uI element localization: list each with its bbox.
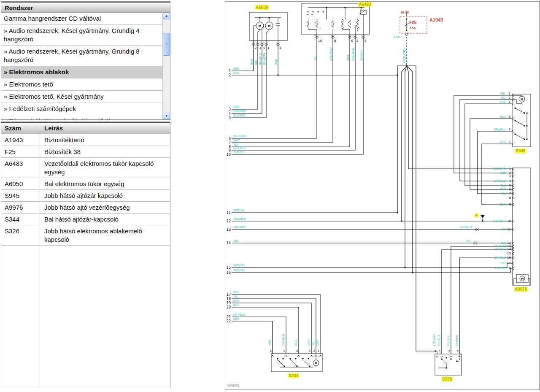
wire	[442, 249, 513, 354]
fuse-symbol	[405, 18, 409, 31]
stub-number: 6	[229, 137, 231, 141]
contact-dot	[524, 138, 525, 140]
pin-chevron-icon	[271, 355, 274, 357]
wire-color-label: GRN	[233, 71, 240, 75]
stub-number: 2	[229, 73, 231, 77]
stub-number: 17	[227, 293, 231, 297]
sidebar-item-fenyszorok[interactable]: » Fényszórók, Nappali világítás nélkül	[1, 115, 162, 119]
pin-number: 12	[507, 241, 511, 245]
sidebar-item-elektromos-teto-kesei[interactable]: » Elektromos tető, Kései gyártmány	[1, 91, 162, 103]
pin-number: 6	[270, 349, 272, 353]
table-row[interactable]: S945Jobb hátsó ajtózár kapcsoló	[1, 190, 170, 202]
component-label-s344[interactable]: S344	[288, 373, 299, 378]
wire	[478, 131, 513, 194]
pin-chevron-icon	[310, 355, 313, 357]
wire-color-label: BRN	[500, 203, 506, 206]
pin-number: 10	[507, 219, 511, 223]
sidebar-item-elektromos-teto[interactable]: » Elektromos tető	[1, 78, 162, 91]
component-label-s945[interactable]: S945	[515, 149, 526, 154]
pin-number: 4	[435, 350, 437, 353]
pin-number: 5	[509, 184, 511, 187]
wire-color-label: RED/BRN	[233, 217, 246, 221]
pin-number: 3	[259, 46, 261, 50]
sidebar-item-gamma[interactable]: Gamma hangrendszer CD váltóval	[1, 13, 162, 25]
legend-desc: Jobb hátsó ajtó vezérlőegység	[40, 202, 170, 213]
legend-num: A1943	[1, 134, 40, 146]
pin-number: 3	[509, 141, 510, 144]
pin-number: 8	[509, 196, 511, 200]
legend-panel: Szám Leírás A1943Biztosítéktartó F25Bizt…	[1, 122, 170, 388]
scrollbar-up-icon[interactable]: ▲	[163, 13, 170, 19]
stub-number: 14	[227, 241, 231, 245]
wiring-diagram-svg: M M M M M	[225, 2, 539, 389]
component-label-a6050[interactable]: A6050	[255, 5, 269, 10]
wire	[416, 72, 437, 354]
pin-number: 17	[507, 262, 511, 265]
wire	[454, 95, 513, 173]
contact-dot	[524, 112, 525, 114]
wire-color-label: BLK/GRN	[263, 53, 266, 65]
scrollbar-thumb[interactable]	[163, 33, 170, 56]
motor-glyph: M	[268, 24, 270, 28]
wire	[407, 66, 413, 273]
component-s326-box	[435, 354, 462, 375]
pin-number: 4	[279, 46, 281, 50]
legend-num: F25	[1, 146, 40, 157]
contact-dot	[318, 11, 319, 13]
sidebar-item-audio8[interactable]: » Audio rendszerek, Kései gyártmány, Gru…	[1, 46, 162, 66]
sidebar-item-audio4[interactable]: » Audio rendszerek, Kései gyártmány, Gru…	[1, 25, 162, 46]
pin-chevron-icon	[297, 355, 300, 357]
table-row[interactable]: A6050Bal elektromos tükör egység	[1, 178, 170, 190]
component-label-a6483[interactable]: A6483	[358, 2, 372, 7]
table-row[interactable]: S344Bal hátsó ajtózár-kapcsoló	[1, 214, 170, 225]
wire-color-label: BLK/RED	[233, 114, 245, 117]
table-row[interactable]: A1943Biztosítéktartó	[1, 134, 170, 146]
table-row[interactable]: A6483Vezetőoldali elektromos tükör kapcs…	[1, 158, 170, 178]
legend-desc: Biztosítéktartó	[40, 134, 170, 146]
stub-number: 15	[227, 266, 231, 270]
legend-num: S326	[1, 225, 40, 245]
wire-color-label: BRN	[500, 171, 506, 175]
pin-number: 15	[507, 252, 511, 255]
contact-dot	[308, 11, 309, 13]
pin-number: 2	[255, 46, 256, 50]
legend-num: A6050	[1, 178, 40, 189]
scrollbar[interactable]: ▲ ▼	[162, 13, 170, 119]
wire	[405, 66, 407, 268]
pin-chevron-icon	[450, 356, 452, 357]
component-label-s326[interactable]: S326	[441, 377, 453, 382]
junction-dot	[404, 267, 406, 268]
contact-dot	[450, 358, 451, 360]
table-row[interactable]: F25Biztosíték 38	[1, 146, 170, 158]
component-label-a9976[interactable]: A9976	[514, 287, 528, 292]
scrollbar-down-icon[interactable]: ▼	[163, 113, 170, 119]
table-row[interactable]: A9976Jobb hátsó ajtó vezérlőegység	[1, 202, 170, 214]
wire-color-label: BRN	[233, 317, 239, 321]
stub-number: 16	[227, 271, 231, 275]
wire-color-label: GRY	[233, 291, 239, 294]
contact-dot	[296, 365, 297, 367]
table-row[interactable]: S326Jobb hátsó elektromos ablakemelő kap…	[1, 225, 170, 246]
stub-number: 21	[227, 315, 231, 319]
fuse-holder-a1943-box	[400, 16, 427, 33]
wire-color-label: GRY	[316, 340, 319, 346]
wire-color-label: YEL	[500, 96, 505, 100]
pin-chevron-icon	[436, 356, 438, 357]
legend-num: S344	[1, 214, 40, 225]
contact-dot	[446, 357, 447, 358]
contact-dot	[526, 138, 527, 140]
motor-glyph: M	[521, 98, 523, 101]
wire	[459, 258, 513, 354]
wire	[232, 317, 286, 354]
sidebar-item-elektromos-ablakok[interactable]: » Elektromos ablakok	[1, 66, 162, 78]
wire-color-label: GRN	[233, 299, 240, 303]
pin-number: 10	[318, 39, 322, 43]
legend-col-desc: Leírás	[40, 123, 170, 134]
pin-number: 3	[457, 350, 459, 353]
wire-color-label: YEL	[312, 341, 315, 346]
wire-color-label: YEL/BLU	[494, 248, 506, 251]
wire-color-label: BLK/RED	[259, 53, 262, 65]
pin-number: 4	[296, 349, 298, 353]
sidebar-item-fedelzeti[interactable]: » Fedélzeti számítógépek	[1, 103, 162, 115]
wire-color-label: BLU	[233, 303, 239, 307]
